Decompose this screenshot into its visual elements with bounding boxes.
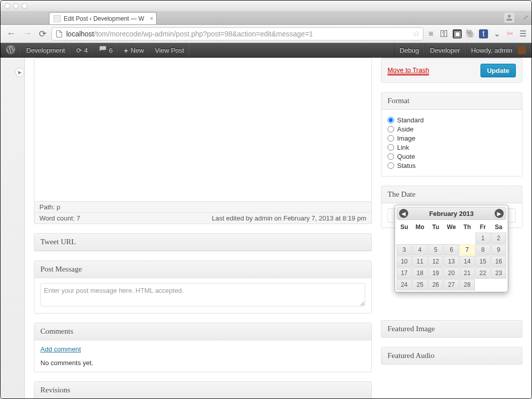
datepicker-dow: Tu — [428, 222, 443, 232]
reload-button[interactable]: ⟳ — [37, 28, 49, 39]
post-message-title[interactable]: Post Message — [34, 261, 371, 278]
last-edited: Last edited by admin on February 7, 2013… — [212, 214, 366, 222]
datepicker-day[interactable]: 17 — [397, 268, 412, 279]
menu-icon[interactable]: ☰ — [518, 29, 527, 38]
datepicker-prev-icon[interactable]: ◀ — [399, 209, 408, 218]
account-menu[interactable]: Howdy, admin — [466, 43, 531, 57]
update-count: 4 — [84, 47, 88, 54]
datepicker-day[interactable]: 9 — [491, 244, 506, 255]
revisions-title[interactable]: Revisions — [34, 382, 371, 398]
expand-sidebar-icon[interactable]: ▶ — [15, 68, 24, 77]
datepicker-day[interactable]: 1 — [475, 233, 491, 244]
debug-menu[interactable]: Debug — [394, 43, 424, 57]
format-radio[interactable] — [388, 135, 394, 142]
browser-tab[interactable]: Edit Post ‹ Development — W × — [49, 12, 157, 24]
datepicker-day[interactable]: 21 — [460, 268, 475, 279]
mac-close-dot[interactable] — [5, 3, 10, 9]
datepicker-day[interactable]: 28 — [460, 279, 475, 290]
developer-menu[interactable]: Developer — [424, 43, 465, 57]
featured-audio-title[interactable]: Featured Audio — [381, 347, 522, 364]
datepicker-day[interactable]: 6 — [444, 244, 459, 255]
view-post-link[interactable]: View Post — [150, 43, 190, 57]
updates-menu[interactable]: ⟳4 — [71, 43, 93, 57]
format-option-aside[interactable]: Aside — [388, 125, 516, 133]
site-name: Development — [26, 47, 65, 54]
format-radio[interactable] — [388, 144, 394, 151]
tumblr-icon[interactable]: t — [479, 29, 488, 38]
format-radio[interactable] — [388, 153, 394, 160]
datepicker-day[interactable]: 15 — [475, 256, 491, 267]
datepicker-day[interactable]: 27 — [444, 279, 459, 290]
datepicker-day[interactable]: 16 — [491, 256, 506, 267]
datepicker-day[interactable]: 23 — [491, 268, 506, 279]
wp-logo[interactable] — [1, 43, 21, 57]
datepicker-day[interactable]: 25 — [412, 279, 427, 290]
datepicker-day[interactable]: 24 — [397, 279, 412, 290]
scissors-icon[interactable]: ✂ — [505, 29, 514, 38]
tweet-url-title[interactable]: Tweet URL — [34, 234, 371, 251]
datepicker-day[interactable]: 8 — [475, 244, 491, 255]
featured-audio-box: Featured Audio — [381, 347, 522, 365]
toggl-icon[interactable]: ▣ — [453, 29, 462, 38]
datepicker-day[interactable]: 5 — [428, 244, 443, 255]
window-expand-icon[interactable]: ⤢ — [523, 14, 528, 21]
datepicker-day[interactable]: 13 — [444, 256, 459, 267]
chrome-profile-icon[interactable] — [504, 13, 514, 23]
datepicker-day[interactable]: 10 — [397, 256, 412, 267]
word-count: Word count: 7 — [39, 214, 80, 222]
format-radio[interactable] — [388, 117, 394, 123]
pocket-icon[interactable]: ⌄ — [492, 29, 501, 38]
format-option-link[interactable]: Link — [388, 144, 516, 151]
datepicker-title: February 2013 — [429, 210, 473, 217]
comments-title[interactable]: Comments — [34, 323, 371, 340]
comments-metabox: Comments Add comment No comments yet. — [34, 323, 372, 372]
url-bar[interactable]: localhost/tom/morecode/wp-admin/post.php… — [52, 27, 423, 40]
format-option-quote[interactable]: Quote — [388, 153, 516, 160]
new-content-menu[interactable]: +New — [118, 43, 150, 57]
format-box: Format StandardAsideImageLinkQuoteStatus — [381, 92, 522, 176]
datepicker-dow: Sa — [491, 222, 506, 232]
post-message-textarea[interactable] — [40, 283, 365, 306]
datepicker-day[interactable]: 4 — [412, 244, 427, 255]
the-date-title[interactable]: The Date — [381, 186, 522, 203]
featured-image-title[interactable]: Featured Image — [381, 321, 522, 337]
datepicker-day[interactable]: 11 — [412, 256, 427, 267]
mac-max-dot[interactable] — [22, 3, 27, 9]
move-to-trash-link[interactable]: Move to Trash — [388, 66, 429, 75]
datepicker-day[interactable]: 12 — [428, 256, 443, 267]
datepicker-day[interactable]: 22 — [475, 268, 491, 279]
format-radio[interactable] — [388, 126, 394, 132]
bookmark-star-icon[interactable]: ☆ — [413, 29, 420, 38]
comments-menu[interactable]: 6 — [93, 43, 118, 57]
mac-min-dot[interactable] — [13, 3, 19, 9]
back-button[interactable]: ← — [5, 28, 18, 39]
key-icon[interactable]: ⚿ — [440, 29, 449, 38]
datepicker-day[interactable]: 7 — [460, 244, 475, 255]
datepicker-day[interactable]: 20 — [444, 268, 459, 279]
editor-path: Path: p — [34, 202, 371, 213]
datepicker-day[interactable]: 2 — [491, 233, 506, 244]
tab-close-icon[interactable]: × — [150, 15, 153, 22]
comments-count: 6 — [109, 47, 113, 54]
content-editor[interactable] — [34, 58, 372, 202]
format-option-standard[interactable]: Standard — [388, 116, 516, 124]
format-radio[interactable] — [388, 162, 394, 169]
site-name-menu[interactable]: Development — [21, 43, 71, 57]
evernote-icon[interactable]: 🐘 — [466, 29, 475, 38]
datepicker-day[interactable]: 19 — [428, 268, 443, 279]
datepicker-dow: Mo — [412, 222, 427, 232]
datepicker-day[interactable]: 3 — [397, 244, 412, 255]
add-comment-link[interactable]: Add comment — [40, 345, 365, 353]
format-option-status[interactable]: Status — [388, 162, 516, 169]
datepicker-day[interactable]: 18 — [412, 268, 427, 279]
format-option-image[interactable]: Image — [388, 135, 516, 142]
datepicker-next-icon[interactable]: ▶ — [495, 209, 504, 218]
format-title[interactable]: Format — [381, 93, 522, 110]
datepicker-day[interactable]: 14 — [460, 256, 475, 267]
revisions-metabox: Revisions — [34, 381, 372, 398]
forward-button[interactable]: → — [21, 28, 34, 39]
datepicker-day[interactable]: 26 — [428, 279, 443, 290]
buffer-icon[interactable]: ≡ — [426, 29, 436, 38]
update-button[interactable]: Update — [480, 64, 516, 77]
publish-box: Move to Trash Update — [381, 58, 522, 83]
